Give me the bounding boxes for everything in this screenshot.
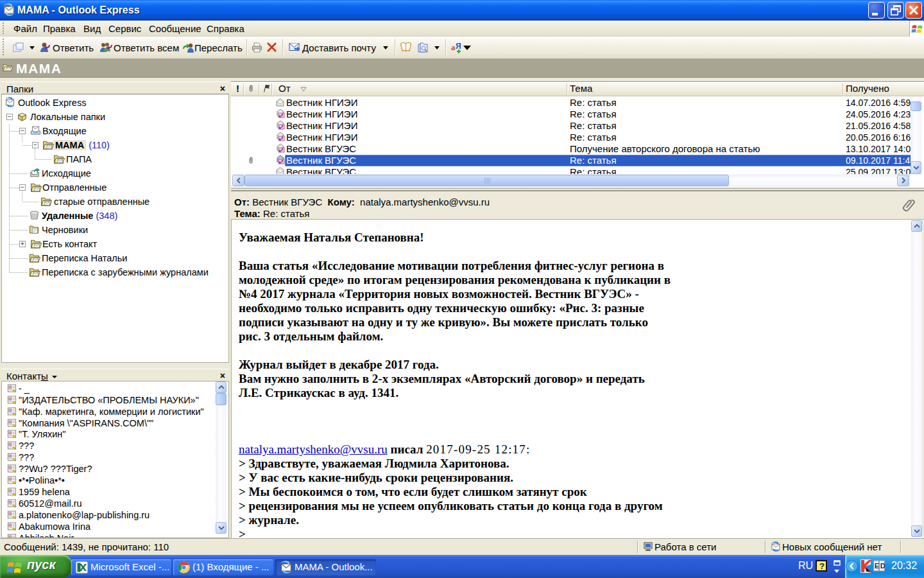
svg-text:E: E <box>875 562 879 570</box>
svg-text:D: D <box>880 562 885 570</box>
svg-text:a: a <box>451 42 456 52</box>
